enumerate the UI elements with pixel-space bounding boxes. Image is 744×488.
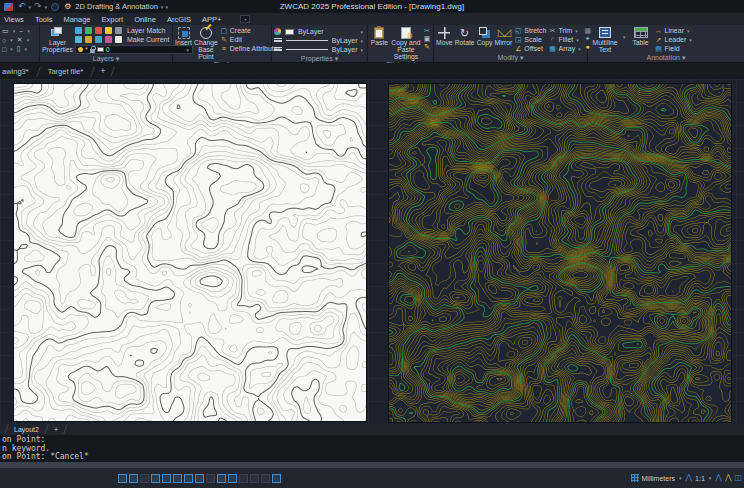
menu-app-plus[interactable]: APP+ xyxy=(202,15,221,24)
layer-lock-state-icon[interactable] xyxy=(90,49,95,53)
layer-list-icon[interactable] xyxy=(115,27,122,34)
ortho-toggle[interactable] xyxy=(140,474,149,483)
copy-clip-icon[interactable]: ▣ xyxy=(423,35,431,43)
cut-icon[interactable]: ✂ xyxy=(423,27,431,35)
cycle-select-toggle[interactable] xyxy=(217,474,226,483)
redo-dropdown-icon[interactable]: ▾ xyxy=(45,4,48,10)
leader-button[interactable]: ↗Leader ▾ xyxy=(655,35,693,44)
document-tab[interactable]: Target file* xyxy=(40,65,91,79)
workspace-circle-icon[interactable] xyxy=(51,3,59,11)
new-layout-tab-button[interactable]: + xyxy=(48,426,64,433)
chevron-down-icon[interactable]: ▾ xyxy=(623,34,626,53)
array-button[interactable]: ▦Array ▾ xyxy=(548,44,581,53)
command-history[interactable]: on Point: n keyword. on Point: *Cancel* xyxy=(0,435,744,462)
layer-bulb-icon[interactable] xyxy=(78,47,83,52)
scale-button[interactable]: ◲Scale xyxy=(514,35,546,44)
menu-views[interactable]: Views xyxy=(4,15,24,24)
selection-filter-toggle[interactable] xyxy=(250,474,259,483)
chevron-down-icon[interactable]: ▾ xyxy=(27,28,30,34)
chevron-down-icon[interactable]: ▾ xyxy=(575,28,578,34)
chevron-down-icon[interactable]: ▾ xyxy=(679,475,682,481)
dynamic-ucs-toggle[interactable] xyxy=(228,474,237,483)
chevron-down-icon[interactable]: ▾ xyxy=(687,28,690,34)
chevron-down-icon[interactable]: ▾ xyxy=(360,38,363,44)
menu-arcgis[interactable]: ArcGIS xyxy=(167,15,191,24)
linetype-control[interactable]: ByLayer ▾ xyxy=(274,36,364,45)
chevron-down-icon[interactable]: ▾ xyxy=(10,46,13,52)
hatch-tool-icon[interactable]: ✕ xyxy=(17,36,23,44)
chevron-down-icon[interactable]: ▾ xyxy=(578,46,581,52)
make-current-button[interactable]: Make Current xyxy=(127,36,169,43)
undo-dropdown-icon[interactable]: ▾ xyxy=(29,4,32,10)
box-tool-icon[interactable]: □ xyxy=(2,46,6,53)
move-button[interactable]: Move xyxy=(436,26,453,53)
chevron-down-icon[interactable]: ▾ xyxy=(360,47,363,53)
app-logo-icon[interactable] xyxy=(4,3,13,11)
layer-lock-icon[interactable] xyxy=(95,27,102,34)
auto-scale-icon[interactable]: ⋀ xyxy=(725,474,732,482)
copy-button[interactable]: Copy xyxy=(477,26,493,53)
workspace-switch-toggle[interactable] xyxy=(272,474,281,483)
workspace-name[interactable]: 2D Drafting & Annotation xyxy=(75,2,158,11)
quick-properties-toggle[interactable] xyxy=(239,474,248,483)
multiline-text-button[interactable]: Multiline Text xyxy=(590,26,620,53)
layer-prev-icon[interactable] xyxy=(115,36,122,43)
chevron-down-icon[interactable]: ▾ xyxy=(689,37,692,43)
layer-color-swatch[interactable] xyxy=(97,47,104,52)
annotation-visibility-icon[interactable]: ⋀ xyxy=(715,474,722,482)
switch-annotation-icon[interactable]: ◫ xyxy=(734,474,742,482)
polar-toggle[interactable] xyxy=(151,474,160,483)
layer-on-icon[interactable] xyxy=(75,27,82,34)
grid-toggle[interactable] xyxy=(129,474,138,483)
polyline-tool-icon[interactable]: ~ xyxy=(19,28,23,35)
lineweight-toggle[interactable] xyxy=(195,474,204,483)
annotation-monitor-toggle[interactable] xyxy=(261,474,270,483)
offset-button[interactable]: ∠Offset xyxy=(514,44,546,53)
menu-tools[interactable]: Tools xyxy=(35,15,53,24)
copy-paste-settings-button[interactable]: ⚙ Copy and Paste Settings xyxy=(391,26,421,60)
layer-properties-button[interactable]: Layer Properties xyxy=(42,26,73,54)
rectangle-tool-icon[interactable]: ▭ xyxy=(2,27,9,35)
paste-button[interactable]: Paste xyxy=(370,26,389,60)
snap-toggle[interactable] xyxy=(118,474,127,483)
document-tab[interactable]: awing3* xyxy=(0,65,37,79)
match-properties-icon[interactable]: ✎ xyxy=(423,43,431,51)
linear-dimension-button[interactable]: ↔Linear ▾ xyxy=(655,26,693,35)
insert-block-button[interactable]: Insert xyxy=(175,26,192,60)
undo-icon[interactable]: ↶ xyxy=(18,2,26,11)
modify-panel-label[interactable]: Modify ▾ xyxy=(434,53,587,63)
dynamic-input-toggle[interactable] xyxy=(184,474,193,483)
layer-thaw-icon[interactable] xyxy=(85,36,92,43)
circle-tool-icon[interactable]: ○ xyxy=(2,37,6,44)
mirror-button[interactable]: ◺◿ Mirror xyxy=(495,26,513,53)
layer-unlock-icon[interactable] xyxy=(95,36,102,43)
redo-icon[interactable]: ↷ xyxy=(34,2,42,11)
chevron-down-icon[interactable]: ▾ xyxy=(360,29,363,35)
menu-online[interactable]: Online xyxy=(134,15,156,24)
ribbon-style-icon[interactable]: ▾ xyxy=(240,15,250,23)
layer-off-icon[interactable] xyxy=(75,36,82,43)
menu-manage[interactable]: Manage xyxy=(63,15,90,24)
esnap-toggle[interactable] xyxy=(162,474,171,483)
annotation-scale-value[interactable]: 1:1 xyxy=(695,475,705,482)
chevron-down-icon[interactable]: ▾ xyxy=(13,28,16,34)
lineweight-control[interactable]: ByLayer ▾ xyxy=(274,45,364,54)
change-base-point-button[interactable]: Change Base Point xyxy=(194,26,218,60)
drawing-viewport[interactable] xyxy=(0,79,744,424)
region-tool-icon[interactable]: ▯ xyxy=(17,45,21,53)
etrack-toggle[interactable] xyxy=(173,474,182,483)
trim-button[interactable]: ✂Trim ▾ xyxy=(548,26,581,35)
quick-access-dropdown-icon[interactable]: ▾ xyxy=(165,4,168,10)
layer-walk-icon[interactable] xyxy=(105,36,112,43)
chevron-down-icon[interactable]: ▾ xyxy=(10,37,13,43)
layer-sun-icon[interactable]: * xyxy=(85,47,88,52)
workspace-gear-icon[interactable]: ⚙ xyxy=(64,2,71,11)
chevron-down-icon[interactable]: ▾ xyxy=(25,46,28,52)
chevron-down-icon[interactable]: ▾ xyxy=(27,37,30,43)
fillet-button[interactable]: ◜Fillet ▾ xyxy=(548,35,581,44)
transparency-toggle[interactable] xyxy=(206,474,215,483)
workspace-dropdown-icon[interactable]: ▾ xyxy=(161,4,164,10)
units-label[interactable]: Millimeters xyxy=(642,475,675,482)
layer-match-button[interactable]: Layer Match xyxy=(127,27,166,34)
color-control[interactable]: ByLayer ▾ xyxy=(274,27,364,36)
